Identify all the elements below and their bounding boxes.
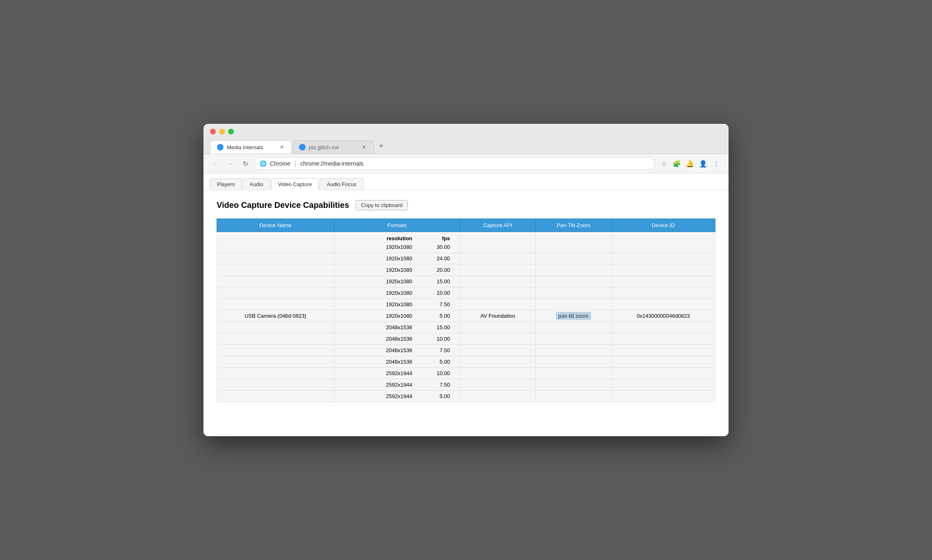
format-resolution: 2048x1536	[341, 324, 425, 330]
star-icon[interactable]: ☆	[658, 158, 669, 169]
format-cell: 1920x108020.00	[334, 264, 460, 276]
ptz-cell	[535, 276, 611, 287]
capture-api-cell	[460, 276, 536, 287]
capture-api-cell	[460, 333, 536, 345]
section-title: Video Capture Device Capabilities	[217, 200, 349, 210]
capture-api-cell: AV Foundation	[460, 310, 536, 322]
format-cell: 2048x153615.00	[334, 322, 460, 333]
tab-players[interactable]: Players	[210, 178, 242, 190]
device-name-cell: USB Camera (046d:0823)	[217, 310, 334, 322]
more-icon[interactable]: ⋮	[710, 158, 722, 169]
format-resolution: 2592x1944	[341, 370, 425, 376]
format-fps: 10.00	[425, 370, 450, 376]
capture-api-cell	[460, 379, 536, 391]
format-fps: 15.00	[425, 278, 450, 285]
browser-tab-ptz[interactable]: 🌐 ptz.glitch.me ✕	[292, 140, 374, 154]
address-url: chrome://media-internals	[300, 160, 363, 167]
format-cell: 2592x19447.50	[334, 379, 460, 391]
tab-audio-focus[interactable]: Audio Focus	[320, 178, 363, 190]
nav-tabs: Players Audio Video Capture Audio Focus	[203, 173, 729, 190]
tab-favicon-2: 🌐	[299, 144, 306, 150]
ptz-cell	[535, 253, 611, 264]
address-separator: |	[295, 160, 296, 167]
format-cell: 1920x108015.00	[334, 276, 460, 287]
capture-api-cell	[460, 287, 536, 299]
table-row: resolutionfps1920x108030.00	[217, 232, 715, 253]
table-row: 1920x108024.00	[217, 253, 715, 264]
tab-label: Media Internals	[227, 144, 263, 150]
device-name-cell	[217, 356, 334, 368]
ptz-cell	[535, 345, 611, 356]
device-id-cell	[611, 264, 715, 276]
capture-api-cell	[460, 391, 536, 402]
forward-button[interactable]: →	[225, 158, 236, 169]
format-resolution: 2592x1944	[341, 393, 425, 399]
device-name-cell	[217, 391, 334, 402]
back-button[interactable]: ←	[210, 158, 222, 169]
format-fps: 7.50	[425, 301, 450, 307]
capabilities-table: Device Name Formats Capture API Pan-Tilt…	[217, 219, 715, 402]
table-row: 2048x15365.00	[217, 356, 715, 368]
format-fps: 10.00	[425, 290, 450, 296]
device-name-cell	[217, 287, 334, 299]
address-bar[interactable]: 🌐 Chrome | chrome://media-internals	[254, 157, 655, 170]
format-resolution: 1920x1080	[341, 278, 425, 285]
tab-label-2: ptz.glitch.me	[309, 144, 339, 150]
device-name-cell	[217, 264, 334, 276]
ptz-cell	[535, 232, 611, 253]
col-header-formats: Formats	[334, 219, 460, 232]
extensions-icon[interactable]: 🧩	[671, 158, 683, 169]
device-name-cell	[217, 322, 334, 333]
minimize-button[interactable]	[219, 129, 225, 134]
ptz-cell	[535, 299, 611, 310]
table-row: 1920x10807.50	[217, 299, 715, 310]
bell-icon[interactable]: 🔔	[684, 158, 696, 169]
ptz-cell: pan tilt zoom	[535, 310, 611, 322]
device-name-cell	[217, 368, 334, 379]
format-resolution: 2048x1536	[341, 336, 425, 342]
table-row: 1920x108015.00	[217, 276, 715, 287]
format-resolution: 1920x1080	[341, 301, 425, 307]
ptz-cell	[535, 368, 611, 379]
capture-api-cell	[460, 232, 536, 253]
format-fps: 15.00	[425, 324, 450, 330]
capture-api-cell	[460, 322, 536, 333]
format-fps-header: fps	[425, 235, 450, 241]
traffic-lights	[210, 129, 722, 134]
reload-button[interactable]: ↻	[240, 158, 251, 169]
new-tab-button[interactable]: +	[374, 139, 388, 154]
tab-close-icon-2[interactable]: ✕	[361, 144, 367, 150]
tab-audio[interactable]: Audio	[242, 178, 270, 190]
tab-close-icon[interactable]: ✕	[279, 144, 285, 150]
format-resolution: 1920x1080	[341, 290, 425, 296]
maximize-button[interactable]	[228, 129, 234, 134]
device-id-cell	[611, 276, 715, 287]
format-cell: 1920x108010.00	[334, 287, 460, 299]
device-name-cell	[217, 379, 334, 391]
format-cell: 2048x15367.50	[334, 345, 460, 356]
ptz-cell	[535, 391, 611, 402]
tab-video-capture[interactable]: Video Capture	[271, 178, 319, 190]
content-area: Players Audio Video Capture Audio Focus …	[203, 173, 729, 436]
main-content: Video Capture Device Capabilities Copy t…	[203, 190, 729, 436]
device-id-cell	[611, 333, 715, 345]
device-id-cell	[611, 322, 715, 333]
profile-icon[interactable]: 👤	[697, 158, 709, 169]
format-cell: 1920x108024.00	[334, 253, 460, 264]
titlebar: 🌐 Media Internals ✕ 🌐 ptz.glitch.me ✕ +	[203, 124, 729, 154]
browser-tab-media-internals[interactable]: 🌐 Media Internals ✕	[210, 140, 292, 154]
table-row: USB Camera (046d:0823)1920x10805.00AV Fo…	[217, 310, 715, 322]
table-row: 2048x153610.00	[217, 333, 715, 345]
table-row: 2592x19445.00	[217, 391, 715, 402]
col-header-capture-api: Capture API	[460, 219, 536, 232]
device-id-cell	[611, 379, 715, 391]
copy-to-clipboard-button[interactable]: Copy to clipboard	[356, 200, 408, 210]
capture-api-cell	[460, 368, 536, 379]
close-button[interactable]	[210, 129, 216, 134]
ptz-cell	[535, 379, 611, 391]
device-id-cell	[611, 356, 715, 368]
table-row: 2592x194410.00	[217, 368, 715, 379]
table-row: 1920x108020.00	[217, 264, 715, 276]
device-id-cell	[611, 299, 715, 310]
format-fps: 5.00	[425, 359, 450, 365]
